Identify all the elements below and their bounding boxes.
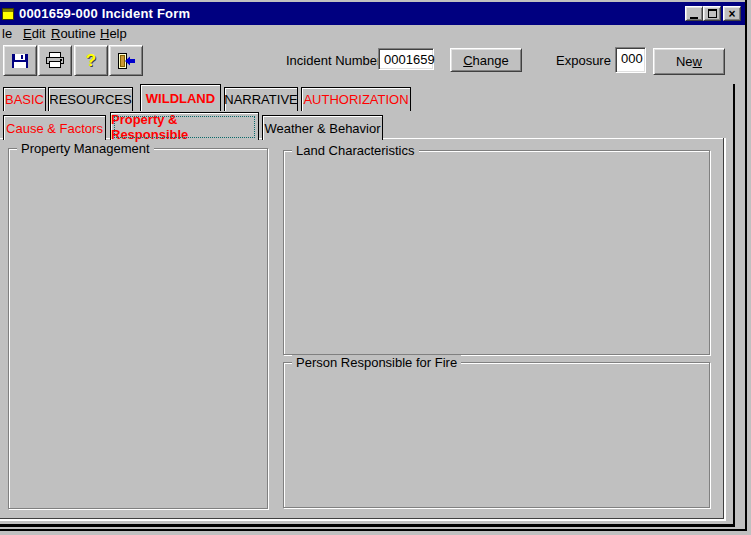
print-button[interactable] (38, 45, 72, 76)
menu-routine[interactable]: Routine (51, 26, 96, 41)
tab-property-responsible[interactable]: Property & Responsible (110, 112, 259, 140)
window-border-right (745, 0, 747, 531)
menu-help[interactable]: Help (100, 26, 127, 41)
menu-bar: le Edit Routine Help (0, 26, 745, 42)
exposure-field[interactable]: 000 (615, 47, 646, 73)
person-responsible-group: Person Responsible for Fire (283, 362, 710, 508)
new-button[interactable]: New (653, 48, 725, 75)
land-characteristics-group: Land Characteristics (283, 150, 710, 355)
form-border-bottom (0, 524, 735, 527)
form-border-right (733, 84, 735, 527)
maximize-button[interactable] (703, 6, 721, 21)
incident-number-field[interactable]: 0001659 (378, 48, 434, 70)
tab-weather-behavior[interactable]: Weather & Behavior (262, 115, 383, 140)
change-button[interactable]: Change (450, 48, 522, 72)
close-button[interactable]: × (723, 6, 741, 21)
property-management-title: Property Management (17, 141, 154, 156)
tab-wildland[interactable]: WILDLAND (140, 84, 221, 111)
minimize-button[interactable] (685, 6, 703, 21)
help-button[interactable]: ? (74, 45, 108, 76)
exit-icon (116, 53, 136, 69)
print-icon (45, 52, 65, 69)
application-window: 0001659-000 Incident Form × le Edit Rout… (0, 0, 751, 535)
window-border-bottom (0, 529, 747, 531)
menu-edit[interactable]: Edit (23, 26, 45, 41)
help-icon: ? (86, 51, 96, 71)
tab-authorization[interactable]: AUTHORIZATION (301, 87, 411, 111)
minimize-icon (690, 17, 698, 19)
tab-basic[interactable]: BASIC (3, 87, 46, 111)
exit-button[interactable] (109, 45, 143, 76)
save-button[interactable] (3, 45, 37, 76)
panel-edge-right-hl (724, 138, 726, 520)
incident-number-label: Incident Number (286, 53, 381, 68)
exposure-label: Exposure (556, 53, 611, 68)
tab-narrative[interactable]: NARRATIVE (224, 87, 298, 111)
person-responsible-title: Person Responsible for Fire (292, 355, 461, 370)
save-icon (11, 53, 29, 69)
panel-edge-bottom-hl (0, 519, 726, 521)
tab-cause-factors[interactable]: Cause & Factors (3, 115, 106, 140)
property-management-group: Property Management (8, 148, 268, 509)
window-title: 0001659-000 Incident Form (19, 6, 190, 21)
tab-resources[interactable]: RESOURCES (48, 87, 133, 111)
title-bar: 0001659-000 Incident Form × (0, 2, 745, 25)
menu-file-partial[interactable]: le (2, 26, 12, 41)
app-icon (2, 8, 14, 20)
maximize-icon (708, 9, 717, 18)
land-characteristics-title: Land Characteristics (292, 143, 419, 158)
